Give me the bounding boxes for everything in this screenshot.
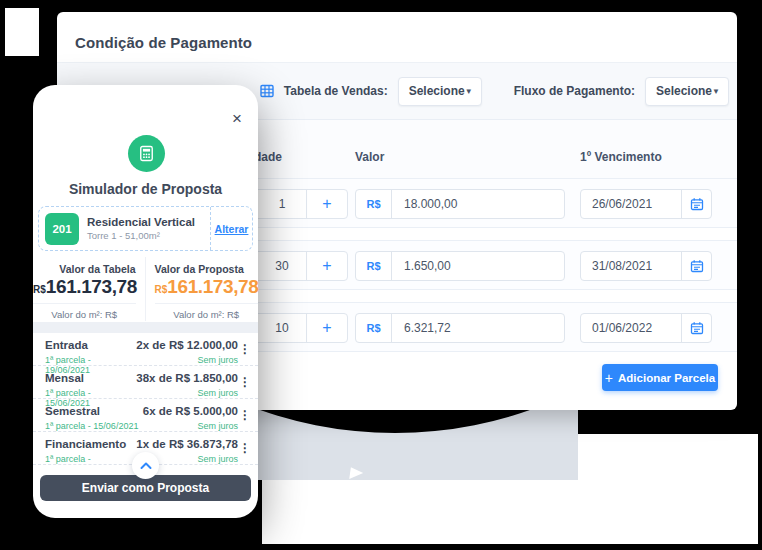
due-date-input[interactable]: 31/08/2021	[580, 251, 712, 281]
date-value[interactable]: 26/06/2021	[581, 190, 681, 218]
kebab-menu-icon[interactable]: ⋮	[238, 438, 252, 455]
unit-number-badge: 201	[45, 213, 79, 245]
installment-first-date: 1ª parcela - 15/06/2021	[45, 421, 143, 431]
proposal-value-label: Valor da Proposta	[155, 263, 259, 275]
change-unit-link[interactable]: Alterar	[215, 223, 249, 235]
value-input[interactable]: R$ 1.650,00	[355, 251, 565, 281]
add-installment-button[interactable]: + Adicionar Parcela	[602, 364, 718, 391]
unit-info: 201 Residencial Vertical Torre 1 - 51,00…	[39, 207, 210, 250]
payment-flow-label: Fluxo de Pagamento:	[514, 84, 635, 98]
proposal-simulator-modal: × Simulador de Proposta 201 Residencial …	[33, 85, 258, 518]
deco-gray-shape	[258, 410, 578, 480]
kebab-menu-icon[interactable]: ⋮	[238, 339, 252, 356]
deco-triangle	[349, 467, 364, 481]
currency-symbol: R$	[33, 284, 46, 295]
calendar-icon[interactable]	[681, 252, 711, 280]
installments-list: Entrada 1ª parcela - 19/06/2021 2x de R$…	[33, 333, 258, 465]
installment-amount: 38x de R$ 1.850,00	[136, 372, 238, 386]
plus-icon: +	[605, 371, 613, 385]
collapse-button[interactable]	[132, 452, 159, 479]
amount-value[interactable]: 1.650,00	[392, 252, 564, 280]
table-value: 161.173,78	[46, 276, 137, 297]
installment-amount: 2x de R$ 12.000,00	[136, 339, 238, 353]
quantity-value[interactable]: 30	[257, 252, 307, 280]
calendar-icon[interactable]	[681, 314, 711, 342]
installment-interest: Sem juros	[143, 421, 238, 431]
table-value-column: Valor da Tabela R$161.173,78 Valor do m²…	[33, 257, 146, 321]
screenshot-stage: Condição de Pagamento Tabela de Vendas: …	[0, 0, 762, 550]
installment-name: Entrada	[45, 339, 136, 353]
proposal-value: 161.173,78	[167, 276, 258, 297]
currency-prefix: R$	[356, 314, 392, 342]
currency-symbol: R$	[155, 284, 168, 295]
close-icon[interactable]: ×	[228, 109, 246, 127]
deco-white-rectangle	[5, 8, 39, 56]
installment-interest: Sem juros	[136, 388, 238, 398]
date-value[interactable]: 01/06/2022	[581, 314, 681, 342]
due-date-input[interactable]: 01/06/2022	[580, 313, 712, 343]
modal-title: Simulador de Proposta	[33, 181, 258, 197]
installment-first-date: 1ª parcela -	[45, 454, 136, 464]
plus-button[interactable]: +	[307, 190, 347, 218]
amount-value[interactable]: 18.000,00	[392, 190, 564, 218]
installment-amount: 6x de R$ 5.000,00	[143, 405, 238, 419]
plus-button[interactable]: +	[307, 252, 347, 280]
page-title: Condição de Pagamento	[75, 34, 252, 51]
currency-prefix: R$	[356, 252, 392, 280]
list-item: Entrada 1ª parcela - 19/06/2021 2x de R$…	[33, 333, 258, 366]
unit-change-cell: Alterar	[210, 207, 252, 250]
installment-name: Semestral	[45, 405, 143, 419]
value-input[interactable]: R$ 18.000,00	[355, 189, 565, 219]
section-divider	[33, 322, 258, 333]
sales-table-grid-icon	[260, 84, 274, 98]
chevron-down-icon: ▼	[712, 87, 720, 96]
chevron-up-icon	[139, 461, 153, 471]
amount-value[interactable]: 6.321,72	[392, 314, 564, 342]
sales-table-select[interactable]: Selecione ▼	[398, 77, 482, 106]
kebab-menu-icon[interactable]: ⋮	[238, 405, 252, 422]
selected-unit-card: 201 Residencial Vertical Torre 1 - 51,00…	[38, 206, 253, 251]
installment-amount: 1x de R$ 36.873,78	[136, 438, 238, 452]
unit-detail: Torre 1 - 51,00m²	[87, 230, 195, 242]
date-value[interactable]: 31/08/2021	[581, 252, 681, 280]
quantity-value[interactable]: 10	[257, 314, 307, 342]
calculator-icon	[128, 135, 165, 172]
value-input[interactable]: R$ 6.321,72	[355, 313, 565, 343]
installment-name: Mensal	[45, 372, 136, 386]
column-header-first-due: 1º Vencimento	[580, 150, 662, 164]
currency-prefix: R$	[356, 190, 392, 218]
kebab-menu-icon[interactable]: ⋮	[238, 372, 252, 389]
calendar-icon[interactable]	[681, 190, 711, 218]
table-value-label: Valor da Tabela	[33, 263, 136, 275]
due-date-input[interactable]: 26/06/2021	[580, 189, 712, 219]
proposal-value-column: Valor da Proposta R$161.173,78 Valor do …	[146, 257, 259, 321]
quantity-value[interactable]: 1	[257, 190, 307, 218]
unit-name: Residencial Vertical	[87, 215, 195, 229]
chevron-down-icon: ▼	[465, 87, 473, 96]
payment-flow-select[interactable]: Selecione ▼	[645, 77, 729, 106]
plus-button[interactable]: +	[307, 314, 347, 342]
installment-interest: Sem juros	[136, 355, 238, 365]
sales-table-label: Tabela de Vendas:	[284, 84, 388, 98]
installment-name: Financiamento	[45, 438, 136, 452]
column-header-value: Valor	[355, 150, 384, 164]
values-comparison: Valor da Tabela R$161.173,78 Valor do m²…	[33, 257, 258, 321]
